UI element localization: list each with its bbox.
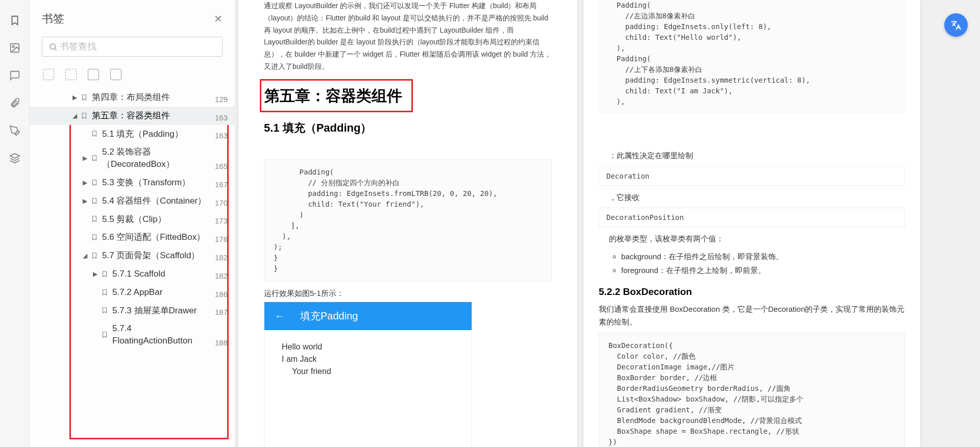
page-number: 129	[215, 95, 228, 104]
bookmark-tools	[30, 64, 235, 88]
close-icon[interactable]: ✕	[214, 13, 223, 25]
bookmark-label: 第四章：布局类组件	[92, 91, 231, 104]
translate-fab[interactable]	[944, 13, 968, 37]
mock-line: Hello world	[282, 342, 454, 352]
bookmark-tree: ▶第四章：布局类组件129◢第五章：容器类组件1635.1 填充（Padding…	[30, 88, 235, 447]
bookmark-tool2-icon[interactable]	[110, 69, 121, 80]
expand-arrow-icon[interactable]: ▶	[83, 155, 89, 162]
page-number: 187	[215, 308, 228, 316]
bookmark-icon	[101, 270, 108, 278]
page-number: 167	[215, 180, 228, 189]
bookmark-icon[interactable]	[9, 14, 21, 27]
bookmark-tool-icon[interactable]	[88, 69, 99, 80]
bookmark-icon	[91, 154, 98, 162]
panel-title: 书签	[42, 11, 64, 27]
para: 我们通常会直接使用 BoxDecoration 类，它是一个Decoration…	[599, 303, 905, 329]
bookmark-label: 5.6 空间适配（FittedBox）	[102, 231, 231, 243]
list-item: foreground：在子组件之上绘制，即前景。	[621, 263, 905, 277]
bookmark-panel: 书签 ✕ ▶第四章：布局类组件129◢第五章：容器类组件1635.1 填充（Pa…	[30, 0, 235, 447]
bookmark-label: 5.7.4 FloatingActionButton	[112, 322, 231, 347]
bookmark-icon	[81, 112, 88, 120]
page-number: 182	[215, 253, 228, 262]
figure-caption: 运行效果如图5-1所示：	[264, 289, 552, 299]
bookmark-icon	[101, 306, 108, 314]
section-5-1: 5.1 填充（Padding）	[264, 120, 552, 136]
code-block-top: Padding( //左边添加8像素补白 padding: EdgeInsets…	[599, 0, 905, 114]
intro-paragraph: 通过观察 LayoutBuilder 的示例，我们还可以发现一个关于 Flutt…	[264, 0, 552, 73]
bookmark-icon	[91, 130, 98, 138]
remove-bookmark-icon[interactable]	[65, 69, 77, 80]
bookmark-icon	[91, 179, 98, 187]
bookmark-icon	[81, 93, 88, 102]
bookmark-icon	[91, 197, 98, 205]
bookmark-label: 5.5 剪裁（Clip）	[102, 213, 231, 226]
enum-list: background：在子组件之后绘制，即背景装饰。 foreground：在子…	[599, 250, 905, 277]
image-icon[interactable]	[9, 42, 21, 54]
code-block-boxdec: BoxDecoration({ Color color, //颜色 Decora…	[599, 333, 905, 448]
mock-screenshot: ← 填充Padding Hello world I am Jack Your f…	[264, 302, 472, 447]
inline-code: DecorationPosition	[599, 208, 905, 227]
add-bookmark-icon[interactable]	[43, 69, 54, 80]
svg-point-3	[50, 44, 56, 49]
bookmark-row[interactable]: ▶5.3 变换（Transform）167	[30, 173, 235, 192]
translate-icon	[950, 19, 962, 31]
expand-arrow-icon[interactable]: ◢	[83, 252, 89, 259]
expand-arrow-icon[interactable]: ◢	[72, 112, 79, 119]
bookmark-label: 5.7.1 Scaffold	[112, 268, 231, 280]
para: ：此属性决定在哪里绘制	[599, 149, 905, 162]
svg-point-1	[12, 45, 14, 47]
mock-appbar: ← 填充Padding	[264, 302, 472, 330]
bookmark-row[interactable]: ◢5.7 页面骨架（Scaffold）182	[30, 246, 235, 265]
bookmark-icon	[91, 233, 98, 241]
bookmark-row[interactable]: 5.7.3 抽屉菜单Drawer187	[30, 302, 235, 320]
bookmark-label: 第五章：容器类组件	[92, 110, 231, 122]
bookmark-label: 5.3 变换（Transform）	[102, 177, 231, 189]
bookmark-label: 5.7.2 AppBar	[112, 286, 231, 299]
page-right: Padding( //左边添加8像素补白 padding: EdgeInsets…	[583, 0, 920, 447]
bookmark-row[interactable]: 5.7.2 AppBar186	[30, 283, 235, 302]
bookmark-icon	[91, 252, 98, 260]
bookmark-row[interactable]: 5.1 填充（Padding）163	[30, 125, 235, 143]
para: 的枚举类型，该枚举类有两个值：	[599, 232, 905, 245]
page-number: 173	[215, 216, 228, 225]
page-number: 163	[215, 131, 228, 140]
comment-icon[interactable]	[9, 69, 21, 82]
bookmark-label: 5.2 装饰容器（DecoratedBox）	[102, 146, 231, 170]
bookmark-label: 5.7.3 抽屉菜单Drawer	[112, 305, 231, 317]
search-input[interactable]	[60, 41, 216, 52]
bookmark-row[interactable]: ▶5.4 容器组件（Container）170	[30, 192, 235, 210]
svg-marker-2	[10, 154, 19, 158]
bookmark-row[interactable]: ▶第四章：布局类组件129	[30, 88, 235, 107]
page-number: 163	[215, 113, 228, 122]
code-block-padding: Padding( // 分别指定四个方向的补白 padding: EdgeIns…	[264, 159, 552, 282]
page-number: 186	[215, 290, 228, 299]
page-number: 176	[215, 235, 228, 243]
bookmark-row[interactable]: 5.7.4 FloatingActionButton188	[30, 319, 235, 350]
bookmark-row[interactable]: ▶5.7.1 Scaffold182	[30, 265, 235, 283]
document-area: 通过观察 LayoutBuilder 的示例，我们还可以发现一个关于 Flutt…	[235, 0, 980, 447]
page-number: 170	[215, 198, 228, 207]
search-box[interactable]	[42, 37, 223, 57]
back-arrow-icon: ←	[275, 310, 285, 322]
pen-icon[interactable]	[9, 125, 21, 137]
bookmark-row[interactable]: ▶5.2 装饰容器（DecoratedBox）165	[30, 143, 235, 173]
mock-line: Your friend	[282, 367, 454, 376]
expand-arrow-icon[interactable]: ▶	[83, 197, 89, 205]
expand-arrow-icon[interactable]: ▶	[72, 94, 79, 101]
page-number: 165	[215, 162, 228, 170]
layers-icon[interactable]	[9, 152, 21, 164]
bookmark-row[interactable]: 5.6 空间适配（FittedBox）176	[30, 228, 235, 246]
expand-arrow-icon[interactable]: ▶	[83, 179, 89, 186]
bookmark-row[interactable]: ◢第五章：容器类组件163	[30, 107, 235, 125]
bookmark-icon	[101, 331, 108, 339]
icon-sidebar	[0, 0, 30, 447]
bookmark-label: 5.4 容器组件（Container）	[102, 195, 231, 207]
attachment-icon[interactable]	[9, 97, 21, 109]
app-root: 书签 ✕ ▶第四章：布局类组件129◢第五章：容器类组件1635.1 填充（Pa…	[0, 0, 980, 447]
search-icon	[48, 42, 58, 52]
chapter-title: 第五章：容器类组件	[264, 86, 402, 107]
chapter-title-box: 第五章：容器类组件	[260, 79, 413, 112]
page-number: 182	[215, 271, 228, 280]
expand-arrow-icon[interactable]: ▶	[93, 270, 99, 278]
bookmark-row[interactable]: 5.5 剪裁（Clip）173	[30, 210, 235, 229]
